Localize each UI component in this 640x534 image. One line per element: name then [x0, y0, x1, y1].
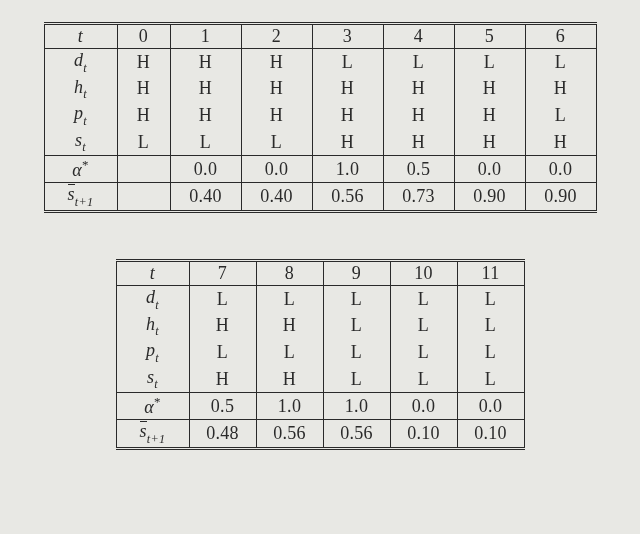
cell: L	[390, 285, 457, 312]
cell: 1.0	[256, 393, 323, 420]
cell: 0.56	[312, 183, 383, 212]
cell: L	[525, 102, 596, 129]
cell: L	[390, 313, 457, 340]
cell: H	[241, 102, 312, 129]
cell: L	[457, 366, 524, 393]
cell: L	[323, 339, 390, 366]
cell: L	[457, 313, 524, 340]
cell: 7	[189, 260, 256, 285]
cell: 0.0	[390, 393, 457, 420]
cell: L	[117, 129, 170, 156]
table-row: dt H H H L L L L	[44, 49, 596, 76]
cell: 0.0	[525, 156, 596, 183]
cell: 0.10	[457, 420, 524, 449]
cell: H	[312, 76, 383, 103]
cell: 0.56	[323, 420, 390, 449]
table-row: α* 0.0 0.0 1.0 0.5 0.0 0.0	[44, 156, 596, 183]
cell: L	[383, 49, 454, 76]
cell: 0.0	[241, 156, 312, 183]
cell: H	[312, 129, 383, 156]
cell: 1.0	[323, 393, 390, 420]
cell: H	[256, 366, 323, 393]
cell: 0.90	[454, 183, 525, 212]
cell: 0.10	[390, 420, 457, 449]
cell: H	[189, 313, 256, 340]
cell: L	[457, 285, 524, 312]
cell: H	[117, 102, 170, 129]
cell: H	[383, 129, 454, 156]
table-row: st+1 0.40 0.40 0.56 0.73 0.90 0.90	[44, 183, 596, 212]
header-pt: pt	[44, 102, 117, 129]
cell: L	[256, 285, 323, 312]
cell: 0.90	[525, 183, 596, 212]
header-sbar: st+1	[44, 183, 117, 212]
cell: L	[323, 366, 390, 393]
cell: 4	[383, 24, 454, 49]
cell	[117, 183, 170, 212]
cell: L	[312, 49, 383, 76]
cell: 0.0	[170, 156, 241, 183]
cell: L	[256, 339, 323, 366]
cell: 0.0	[457, 393, 524, 420]
cell: H	[189, 366, 256, 393]
cell: H	[241, 76, 312, 103]
header-dt: dt	[44, 49, 117, 76]
table-row: t 0 1 2 3 4 5 6	[44, 24, 596, 49]
table-row: dt L L L L L	[116, 285, 524, 312]
table-row: α* 0.5 1.0 1.0 0.0 0.0	[116, 393, 524, 420]
header-st: st	[44, 129, 117, 156]
cell: 0.5	[189, 393, 256, 420]
header-sbar: st+1	[116, 420, 189, 449]
cell	[117, 156, 170, 183]
cell: L	[457, 339, 524, 366]
header-st: st	[116, 366, 189, 393]
cell: H	[170, 102, 241, 129]
cell: H	[454, 129, 525, 156]
cell: H	[454, 102, 525, 129]
cell: 0.56	[256, 420, 323, 449]
cell: 11	[457, 260, 524, 285]
cell: L	[170, 129, 241, 156]
cell: 0.40	[241, 183, 312, 212]
cell: L	[323, 313, 390, 340]
table-row: st L L L H H H H	[44, 129, 596, 156]
cell: H	[117, 49, 170, 76]
cell: 2	[241, 24, 312, 49]
cell: H	[170, 49, 241, 76]
table-row: ht H H L L L	[116, 313, 524, 340]
table-1: t 0 1 2 3 4 5 6 dt H H H L L L L ht H H …	[44, 22, 597, 213]
cell: 10	[390, 260, 457, 285]
table-row: pt L L L L L	[116, 339, 524, 366]
cell: H	[256, 313, 323, 340]
header-ht: ht	[116, 313, 189, 340]
table-row: t 7 8 9 10 11	[116, 260, 524, 285]
table-1-wrap: t 0 1 2 3 4 5 6 dt H H H L L L L ht H H …	[44, 22, 597, 213]
table-2: t 7 8 9 10 11 dt L L L L L ht H H L L L …	[116, 259, 525, 450]
cell: 8	[256, 260, 323, 285]
cell: 0.5	[383, 156, 454, 183]
cell: H	[383, 102, 454, 129]
table-2-wrap: t 7 8 9 10 11 dt L L L L L ht H H L L L …	[116, 259, 525, 450]
cell: L	[454, 49, 525, 76]
cell: L	[323, 285, 390, 312]
cell: L	[189, 339, 256, 366]
cell: H	[170, 76, 241, 103]
cell: L	[390, 366, 457, 393]
cell: H	[454, 76, 525, 103]
table-row: ht H H H H H H H	[44, 76, 596, 103]
cell: 0	[117, 24, 170, 49]
cell: H	[241, 49, 312, 76]
cell: 0.0	[454, 156, 525, 183]
cell: 0.73	[383, 183, 454, 212]
cell: 1	[170, 24, 241, 49]
header-dt: dt	[116, 285, 189, 312]
cell: 5	[454, 24, 525, 49]
header-ht: ht	[44, 76, 117, 103]
cell: 6	[525, 24, 596, 49]
header-pt: pt	[116, 339, 189, 366]
cell: H	[312, 102, 383, 129]
cell: H	[525, 129, 596, 156]
header-alpha: α*	[44, 156, 117, 183]
header-alpha: α*	[116, 393, 189, 420]
cell: 9	[323, 260, 390, 285]
